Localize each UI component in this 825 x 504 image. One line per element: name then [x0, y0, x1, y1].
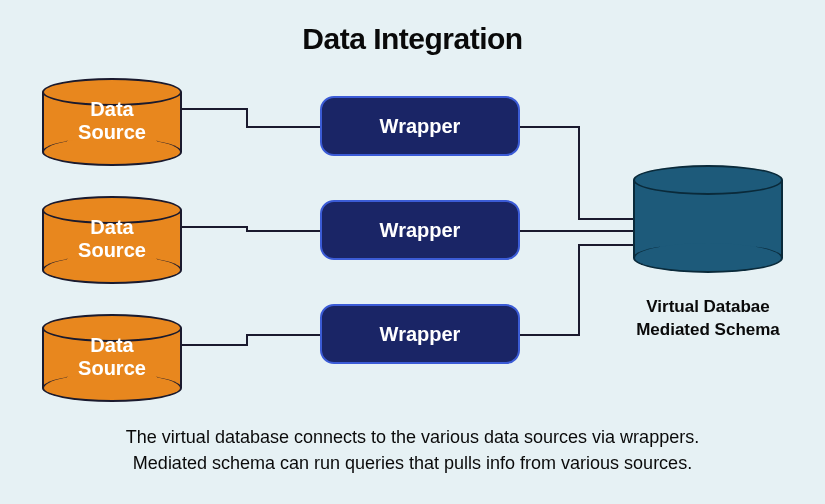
connector — [182, 108, 248, 110]
connector — [578, 126, 580, 220]
diagram-caption: The virtual database connects to the var… — [40, 424, 785, 476]
wrapper-label: Wrapper — [380, 115, 461, 138]
connector — [246, 334, 320, 336]
virtual-database-cylinder — [633, 180, 783, 258]
virtual-database-label: Virtual Databae Mediated Schema — [618, 296, 798, 342]
connector — [182, 344, 248, 346]
diagram-title: Data Integration — [0, 22, 825, 56]
wrapper-box-3: Wrapper — [320, 304, 520, 364]
data-source-label: DataSource — [42, 98, 182, 144]
connector — [578, 244, 580, 336]
connector — [246, 126, 320, 128]
connector — [246, 230, 320, 232]
connector — [520, 334, 580, 336]
connector — [578, 218, 633, 220]
data-source-label: DataSource — [42, 334, 182, 380]
wrapper-label: Wrapper — [380, 219, 461, 242]
data-source-label: DataSource — [42, 216, 182, 262]
connector — [520, 126, 580, 128]
connector — [578, 244, 633, 246]
data-source-cylinder-3: DataSource — [42, 328, 182, 388]
data-source-cylinder-2: DataSource — [42, 210, 182, 270]
connector — [520, 230, 633, 232]
connector — [182, 226, 248, 228]
wrapper-label: Wrapper — [380, 323, 461, 346]
data-source-cylinder-1: DataSource — [42, 92, 182, 152]
wrapper-box-1: Wrapper — [320, 96, 520, 156]
wrapper-box-2: Wrapper — [320, 200, 520, 260]
connector — [246, 108, 248, 126]
